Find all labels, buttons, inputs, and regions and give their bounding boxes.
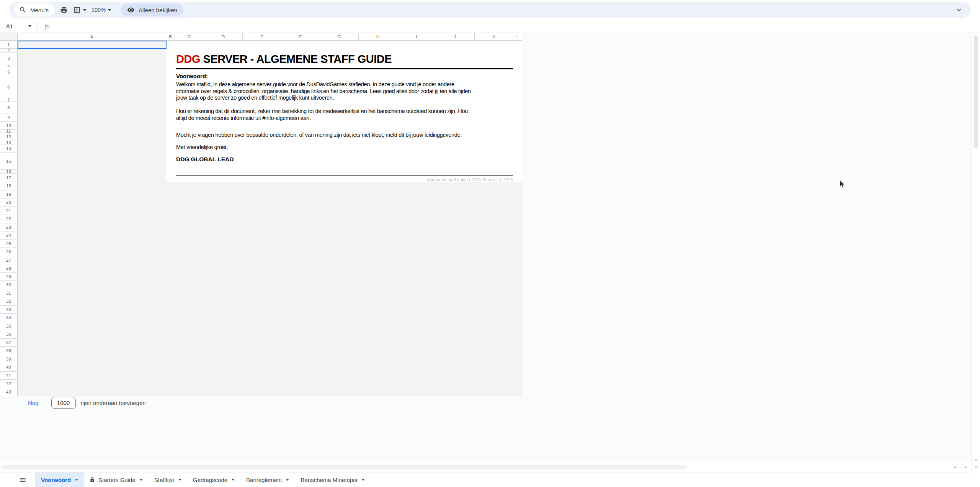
scroll-up-button[interactable]: ▲: [972, 456, 980, 463]
sheet-tab-starters-guide[interactable]: Starters Guide: [84, 472, 149, 487]
column-header-B[interactable]: B: [166, 33, 175, 41]
all-sheets-button[interactable]: [18, 476, 27, 484]
document-footer: Algemene staff guide | DDG Server | © 20…: [176, 175, 513, 182]
row-header-5[interactable]: 5: [0, 68, 18, 76]
row-header-31[interactable]: 31: [0, 289, 18, 298]
column-header-F[interactable]: F: [281, 33, 320, 41]
column-header-D[interactable]: D: [204, 33, 243, 41]
doc-text-line: Welkom staflid, in deze algemene server …: [176, 81, 522, 88]
sheet-tab-banschema-minetopia[interactable]: Banschema Minetopia: [295, 472, 370, 487]
column-header-K[interactable]: K: [475, 33, 513, 41]
row-header-25[interactable]: 25: [0, 240, 18, 248]
column-header-L[interactable]: L: [513, 33, 522, 41]
sheet-tab-voorwoord[interactable]: Voorwoord: [35, 472, 84, 487]
row-header-27[interactable]: 27: [0, 256, 18, 265]
row-header-43[interactable]: 43: [0, 388, 18, 397]
row-header-39[interactable]: 39: [0, 355, 18, 364]
search-icon: [19, 6, 27, 14]
horizontal-scrollbar[interactable]: ◄ ►: [0, 462, 980, 472]
sheet-tab-label: Starters Guide: [98, 477, 136, 483]
column-header-I[interactable]: I: [397, 33, 436, 41]
zoom-select[interactable]: 100%: [91, 4, 111, 16]
caret-down-icon: [362, 479, 364, 481]
row-header-26[interactable]: 26: [0, 248, 18, 256]
row-header-35[interactable]: 35: [0, 322, 18, 331]
row-header-20[interactable]: 20: [0, 198, 18, 207]
vertical-scrollbar-thumb[interactable]: [974, 35, 978, 148]
print-button[interactable]: [60, 4, 68, 16]
row-header-22[interactable]: 22: [0, 215, 18, 223]
row-header-12[interactable]: 12: [0, 133, 18, 141]
add-rows-count-input[interactable]: [51, 397, 76, 409]
row-header-6[interactable]: 6: [0, 76, 18, 98]
collapse-toolbar-button[interactable]: [952, 3, 965, 16]
row-header-3[interactable]: 3: [0, 52, 18, 64]
formula-bar: A1 fx: [0, 20, 980, 33]
row-header-10[interactable]: 10: [0, 122, 18, 130]
row-header-38[interactable]: 38: [0, 347, 18, 355]
sheet-tab-bar: VoorwoordStarters GuideStafflijstGedrags…: [0, 472, 980, 487]
row-header-16[interactable]: 16: [0, 170, 18, 174]
lock-icon: [90, 477, 95, 482]
row-header-40[interactable]: 40: [0, 363, 18, 372]
column-header-E[interactable]: E: [243, 33, 281, 41]
column-header-J[interactable]: J: [436, 33, 475, 41]
document-title-red: DDG: [176, 53, 200, 65]
row-header-23[interactable]: 23: [0, 223, 18, 232]
row-header-32[interactable]: 32: [0, 297, 18, 306]
row-header-42[interactable]: 42: [0, 380, 18, 388]
row-header-19[interactable]: 19: [0, 190, 18, 199]
row-header-30[interactable]: 30: [0, 281, 18, 289]
document-title-rest: SERVER - ALGEMENE STAFF GUIDE: [200, 53, 392, 65]
sheet-tab-banreglement[interactable]: Banreglement: [240, 472, 295, 487]
view-only-badge: Alleen bekijken: [121, 3, 183, 16]
caret-down-icon: [28, 25, 31, 27]
formula-bar-divider: [38, 22, 38, 31]
column-header-H[interactable]: H: [359, 33, 397, 41]
sheet-tab-gedragscode[interactable]: Gedragscode: [187, 472, 240, 487]
eye-icon: [127, 6, 135, 14]
cell-reference: A1: [6, 23, 13, 30]
row-header-14[interactable]: 14: [0, 144, 18, 153]
borders-button[interactable]: [73, 4, 86, 16]
row-header-18[interactable]: 18: [0, 182, 18, 190]
hamburger-icon: [19, 476, 26, 484]
row-header-4[interactable]: 4: [0, 64, 18, 68]
scroll-left-button[interactable]: ◄: [950, 462, 960, 472]
caret-down-icon: [140, 479, 142, 481]
row-headers: 1234567891011121314151617181920212223242…: [0, 41, 18, 396]
column-header-A[interactable]: A: [18, 33, 166, 41]
column-header-C[interactable]: C: [175, 33, 204, 41]
row-header-9[interactable]: 9: [0, 113, 18, 122]
scroll-right-button[interactable]: ►: [961, 462, 971, 472]
row-header-2[interactable]: 2: [0, 49, 18, 52]
row-header-1[interactable]: 1: [0, 41, 18, 49]
horizontal-scrollbar-thumb[interactable]: [2, 465, 687, 469]
row-header-15[interactable]: 15: [0, 153, 18, 170]
row-header-36[interactable]: 36: [0, 330, 18, 339]
sheet-tab-stafflijst[interactable]: Stafflijst: [149, 472, 187, 487]
row-header-34[interactable]: 34: [0, 314, 18, 322]
row-header-29[interactable]: 29: [0, 273, 18, 281]
row-header-11[interactable]: 11: [0, 130, 18, 133]
column-header-G[interactable]: G: [320, 33, 359, 41]
sheet-tab-label: Gedragscode: [193, 477, 227, 483]
row-header-28[interactable]: 28: [0, 264, 18, 273]
row-header-21[interactable]: 21: [0, 207, 18, 215]
select-all-corner[interactable]: [0, 33, 18, 41]
row-header-17[interactable]: 17: [0, 174, 18, 182]
vertical-scrollbar[interactable]: ▲ ▼: [972, 33, 980, 472]
row-header-7[interactable]: 7: [0, 98, 18, 102]
row-header-13[interactable]: 13: [0, 141, 18, 144]
row-header-37[interactable]: 37: [0, 339, 18, 347]
caret-down-icon: [286, 479, 289, 481]
scroll-down-button[interactable]: ▼: [972, 463, 980, 471]
cell-name-box[interactable]: A1: [0, 23, 31, 30]
menus-button[interactable]: Menu's: [15, 3, 55, 16]
add-rows-button[interactable]: Nog: [28, 400, 39, 406]
row-header-8[interactable]: 8: [0, 102, 18, 113]
row-header-41[interactable]: 41: [0, 372, 18, 380]
row-header-33[interactable]: 33: [0, 306, 18, 314]
row-header-24[interactable]: 24: [0, 231, 18, 240]
view-only-label: Alleen bekijken: [139, 7, 177, 13]
